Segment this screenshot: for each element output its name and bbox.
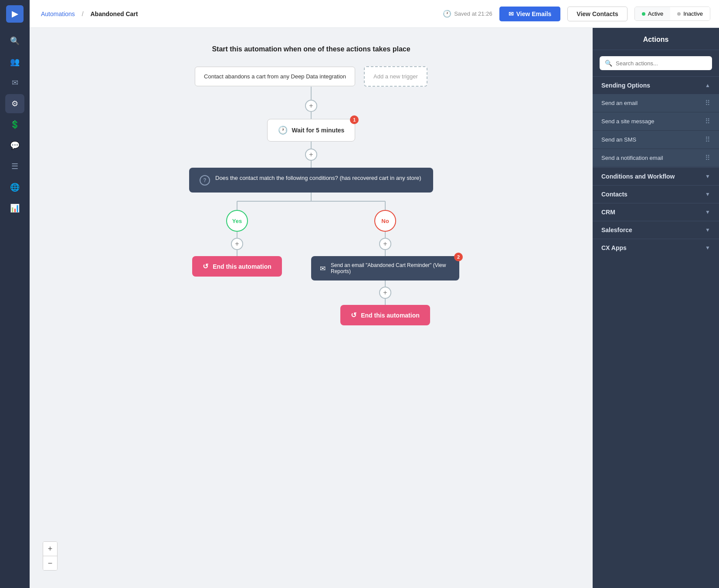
search-input[interactable] <box>616 60 707 67</box>
email-icon: ✉ <box>509 10 514 17</box>
drag-handle-3[interactable]: ⠿ <box>705 135 710 144</box>
sidebar-item-search[interactable]: 🔍 <box>5 31 24 51</box>
section-conditions-label: Conditions and Workflow <box>601 173 675 180</box>
canvas-title: Start this automation when one of these … <box>56 45 566 53</box>
branch-area: Yes + ↺ End this automation <box>189 193 433 325</box>
action-send-email-label: Send an email <box>601 100 638 106</box>
right-panel: Actions 🔍 Sending Options ▲ Send an emai… <box>593 28 719 588</box>
section-cx-apps[interactable]: CX Apps ▼ <box>593 239 719 257</box>
section-contacts[interactable]: Contacts ▼ <box>593 185 719 203</box>
search-icon: 🔍 <box>605 60 612 67</box>
section-conditions[interactable]: Conditions and Workflow ▼ <box>593 167 719 185</box>
wait-container: 🕐 Wait for 5 minutes 1 <box>267 119 356 142</box>
status-group: Active Inactive <box>634 7 710 21</box>
connector-line-1 <box>311 87 312 100</box>
wait-box[interactable]: 🕐 Wait for 5 minutes <box>267 119 356 142</box>
sidebar-item-contacts[interactable]: 👥 <box>5 52 24 71</box>
end-icon-left: ↺ <box>203 262 208 270</box>
connector-line-2 <box>311 112 312 119</box>
sidebar-item-lists[interactable]: ☰ <box>5 157 24 176</box>
branch-columns: Yes + ↺ End this automation <box>189 210 433 325</box>
end-icon-right: ↺ <box>351 311 356 319</box>
section-sending-options-label: Sending Options <box>601 82 650 89</box>
section-sending-options[interactable]: Sending Options ▲ <box>593 76 719 94</box>
sidebar-item-site[interactable]: 🌐 <box>5 178 24 197</box>
chevron-down-icon-1: ▼ <box>705 173 710 179</box>
chevron-down-icon-4: ▼ <box>705 227 710 233</box>
branch-svg <box>189 193 433 210</box>
action-send-notification[interactable]: Send a notification email ⠿ <box>593 149 719 167</box>
chevron-down-icon-2: ▼ <box>705 191 710 197</box>
add-button-no[interactable]: + <box>379 238 391 250</box>
condition-box[interactable]: ? Does the contact match the following c… <box>189 168 433 193</box>
save-status: 🕐 Saved at 21:26 <box>443 10 492 18</box>
active-dot <box>642 12 645 16</box>
section-crm[interactable]: CRM ▼ <box>593 203 719 221</box>
add-trigger-box[interactable]: Add a new trigger <box>364 66 427 87</box>
status-active-button[interactable]: Active <box>635 7 670 20</box>
breadcrumb-sep: / <box>82 10 84 17</box>
email-send-icon: ✉ <box>320 264 326 273</box>
add-button-yes[interactable]: + <box>231 238 243 250</box>
add-button-1[interactable]: + <box>305 100 317 112</box>
email-badge: 2 <box>454 253 463 261</box>
add-button-no-2[interactable]: + <box>379 287 391 299</box>
panel-header: Actions <box>593 28 719 50</box>
chevron-up-icon: ▲ <box>705 82 710 88</box>
chevron-down-icon-3: ▼ <box>705 209 710 215</box>
breadcrumb-root[interactable]: Automations <box>41 10 75 17</box>
status-inactive-button[interactable]: Inactive <box>670 7 710 20</box>
email-send-container: ✉ Send an email "Abandoned Cart Reminder… <box>311 256 459 280</box>
trigger-row: Contact abandons a cart from any Deep Da… <box>195 66 427 87</box>
end-box-no[interactable]: ↺ End this automation <box>340 305 430 325</box>
chevron-down-icon-5: ▼ <box>705 245 710 251</box>
drag-handle-4[interactable]: ⠿ <box>705 154 710 162</box>
section-salesforce-label: Salesforce <box>601 226 632 233</box>
clock-icon: 🕐 <box>278 125 288 135</box>
search-bar: 🔍 <box>600 56 712 70</box>
action-send-site-message-label: Send a site message <box>601 118 654 125</box>
automation-canvas: Start this automation when one of these … <box>30 28 593 588</box>
connector-line-3 <box>311 142 312 149</box>
zoom-in-button[interactable]: + <box>43 542 57 556</box>
view-emails-button[interactable]: ✉ View Emails <box>499 7 561 21</box>
action-send-sms[interactable]: Send an SMS ⠿ <box>593 131 719 149</box>
sidebar-item-reports[interactable]: 📊 <box>5 199 24 218</box>
drag-handle-1[interactable]: ⠿ <box>705 99 710 107</box>
section-salesforce[interactable]: Salesforce ▼ <box>593 221 719 239</box>
no-branch: No + ✉ Send an email "Abandoned Cart Rem… <box>337 210 433 325</box>
sidebar-logo[interactable]: ▶ <box>6 5 24 23</box>
trigger-box[interactable]: Contact abandons a cart from any Deep Da… <box>195 67 355 86</box>
wait-badge: 1 <box>350 115 359 124</box>
add-button-2[interactable]: + <box>305 149 317 161</box>
sidebar-item-deals[interactable]: 💲 <box>5 115 24 134</box>
zoom-out-button[interactable]: − <box>43 556 57 570</box>
section-crm-label: CRM <box>601 209 615 216</box>
sidebar-item-automations[interactable]: ⚙ <box>5 94 24 113</box>
view-contacts-button[interactable]: View Contacts <box>567 7 627 21</box>
section-contacts-label: Contacts <box>601 191 627 198</box>
sidebar: ▶ 🔍 👥 ✉ ⚙ 💲 💬 ☰ 🌐 📊 <box>0 0 30 588</box>
yes-branch: Yes + ↺ End this automation <box>189 210 285 325</box>
sidebar-item-email[interactable]: ✉ <box>5 73 24 92</box>
inactive-dot <box>677 12 681 16</box>
flow-container: Contact abandons a cart from any Deep Da… <box>56 66 566 325</box>
email-send-box[interactable]: ✉ Send an email "Abandoned Cart Reminder… <box>311 256 459 280</box>
action-send-notification-label: Send a notification email <box>601 155 663 161</box>
action-send-sms-label: Send an SMS <box>601 136 636 143</box>
drag-handle-2[interactable]: ⠿ <box>705 117 710 125</box>
connector-line-4 <box>311 161 312 168</box>
page-name: Abandoned Cart <box>91 10 138 17</box>
zoom-controls: + − <box>43 541 58 571</box>
breadcrumb: Automations / Abandoned Cart <box>38 10 436 17</box>
question-icon: ? <box>200 175 210 186</box>
action-send-email[interactable]: Send an email ⠿ <box>593 94 719 112</box>
action-send-site-message[interactable]: Send a site message ⠿ <box>593 112 719 131</box>
yes-circle[interactable]: Yes <box>226 210 248 232</box>
sidebar-item-messages[interactable]: 💬 <box>5 136 24 155</box>
end-box-yes[interactable]: ↺ End this automation <box>192 256 282 277</box>
canvas-area: Start this automation when one of these … <box>30 28 719 588</box>
section-cx-apps-label: CX Apps <box>601 244 627 251</box>
header: Automations / Abandoned Cart 🕐 Saved at … <box>30 0 719 28</box>
no-circle[interactable]: No <box>374 210 396 232</box>
